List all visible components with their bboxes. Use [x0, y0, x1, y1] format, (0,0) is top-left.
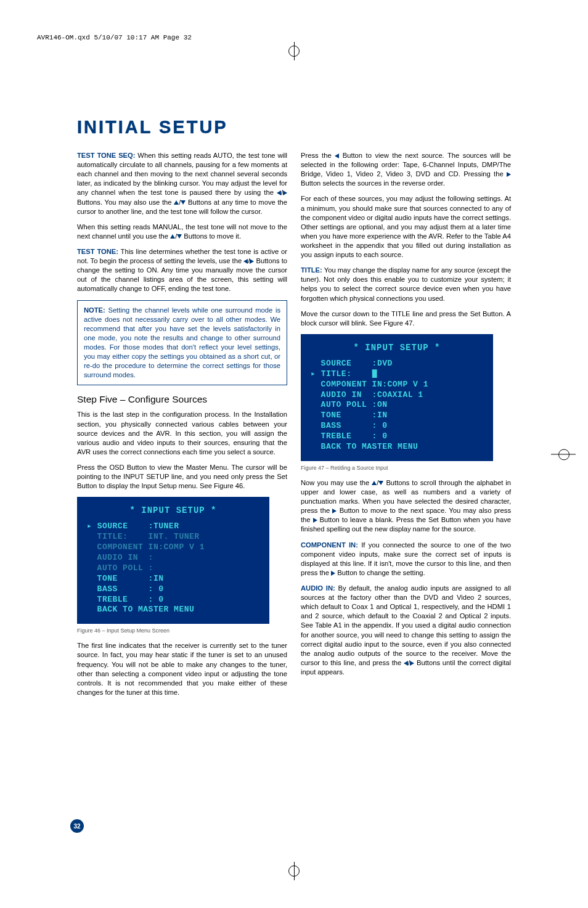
right-arrow-icon — [313, 518, 317, 523]
osd-figure-47: * INPUT SETUP * SOURCE :DVD▸ TITLE: █ CO… — [301, 334, 493, 461]
osd-rows: ▸ SOURCE :TUNER TITLE: INT. TUNER COMPON… — [87, 521, 259, 615]
osd-row: TREBLE : 0 — [87, 595, 259, 605]
osd-row: BASS : 0 — [311, 421, 483, 432]
para-step-five-2: Press the OSD Button to view the Master … — [77, 463, 287, 491]
osd-figure-46: * INPUT SETUP * ▸ SOURCE :TUNER TITLE: I… — [77, 497, 269, 624]
page-number: 32 — [70, 819, 84, 833]
osd-row: TONE :IN — [87, 574, 259, 584]
osd-row: COMPONENT IN:COMP V 1 — [87, 542, 259, 553]
osd-row: TREBLE : 0 — [311, 432, 483, 442]
text: You may change the display name for any … — [301, 266, 511, 301]
text: Buttons. You may also use the — [77, 198, 174, 206]
para-step-five-1: This is the last step in the configurati… — [77, 410, 287, 457]
note-text: NOTE: Setting the channel levels while o… — [84, 306, 280, 380]
runin-title: TITLE: — [301, 266, 322, 274]
osd-header: * INPUT SETUP * — [311, 343, 483, 353]
up-arrow-icon — [372, 481, 377, 485]
para-title: TITLE: You may change the display name f… — [301, 266, 511, 303]
para-manual: When this setting reads MANUAL, the test… — [77, 223, 287, 241]
heading-step-five: Step Five – Configure Sources — [77, 394, 287, 405]
runin-component-in: COMPONENT IN: — [301, 541, 358, 549]
crop-mark-bottom — [285, 862, 303, 880]
text: Setting the channel levels while one sur… — [84, 306, 280, 379]
figure-46-caption: Figure 46 – Input Setup Menu Screen — [77, 628, 287, 634]
osd-row: AUTO POLL : — [87, 563, 259, 574]
osd-row: BACK TO MASTER MENU — [311, 442, 483, 452]
runin-note: NOTE: — [84, 306, 105, 314]
text: Button selects the sources in the revers… — [301, 179, 445, 187]
left-column: TEST TONE SEQ: When this setting reads A… — [77, 151, 287, 703]
para-test-tone-seq: TEST TONE SEQ: When this setting reads A… — [77, 151, 287, 216]
left-arrow-icon — [404, 661, 408, 666]
left-arrow-icon — [277, 190, 281, 195]
para-first-line: The first line indicates that the receiv… — [77, 641, 287, 697]
para-press-left: Press the Button to view the next source… — [301, 151, 511, 188]
text: By default, the analog audio inputs are … — [301, 584, 511, 666]
osd-row: ▸ SOURCE :TUNER — [87, 521, 259, 532]
para-component-in: COMPONENT IN: If you connected the sourc… — [301, 541, 511, 578]
para-alphabet: Now you may use the / Buttons to scroll … — [301, 478, 511, 534]
up-arrow-icon — [174, 200, 179, 205]
runin-audio-in: AUDIO IN: — [301, 584, 335, 592]
text: Button to leave a blank. Press the Set B… — [301, 516, 511, 533]
osd-row: COMPONENT IN:COMP V 1 — [311, 380, 483, 390]
para-each-source: For each of these sources, you may adjus… — [301, 194, 511, 260]
file-header: AVR146-OM.qxd 5/10/07 10:17 AM Page 32 — [37, 34, 192, 41]
text: Buttons to move it. — [182, 232, 241, 240]
figure-47-caption: Figure 47 – Retitling a Source Input — [301, 465, 511, 471]
crop-mark-top — [285, 42, 303, 60]
right-arrow-icon — [283, 190, 287, 195]
osd-row: BACK TO MASTER MENU — [87, 605, 259, 615]
runin-test-tone-seq: TEST TONE SEQ: — [77, 152, 136, 159]
osd-row: SOURCE :DVD — [311, 359, 483, 369]
osd-row: TONE :IN — [311, 411, 483, 421]
note-box: NOTE: Setting the channel levels while o… — [77, 300, 287, 386]
osd-row: AUDIO IN : — [87, 553, 259, 563]
right-column: Press the Button to view the next source… — [301, 151, 511, 703]
crop-mark-right — [551, 454, 576, 454]
text: Now you may use the — [301, 479, 372, 486]
osd-header: * INPUT SETUP * — [87, 505, 259, 515]
left-arrow-icon — [243, 259, 248, 264]
right-arrow-icon — [507, 172, 511, 177]
text: Press the — [301, 152, 335, 159]
osd-row: BASS : 0 — [87, 584, 259, 595]
osd-row: TITLE: INT. TUNER — [87, 532, 259, 542]
osd-row: ▸ TITLE: █ — [311, 369, 483, 380]
osd-row: AUTO POLL :ON — [311, 400, 483, 411]
page-title: INITIAL SETUP — [77, 117, 511, 137]
osd-row: AUDIO IN :COAXIAL 1 — [311, 390, 483, 401]
osd-rows: SOURCE :DVD▸ TITLE: █ COMPONENT IN:COMP … — [311, 359, 483, 452]
para-cursor-title: Move the cursor down to the TITLE line a… — [301, 309, 511, 328]
text: Button to change the setting. — [335, 569, 425, 576]
para-test-tone: TEST TONE: This line determines whether … — [77, 247, 287, 294]
runin-test-tone: TEST TONE: — [77, 248, 118, 255]
para-audio-in: AUDIO IN: By default, the analog audio i… — [301, 584, 511, 677]
up-arrow-icon — [170, 234, 175, 239]
